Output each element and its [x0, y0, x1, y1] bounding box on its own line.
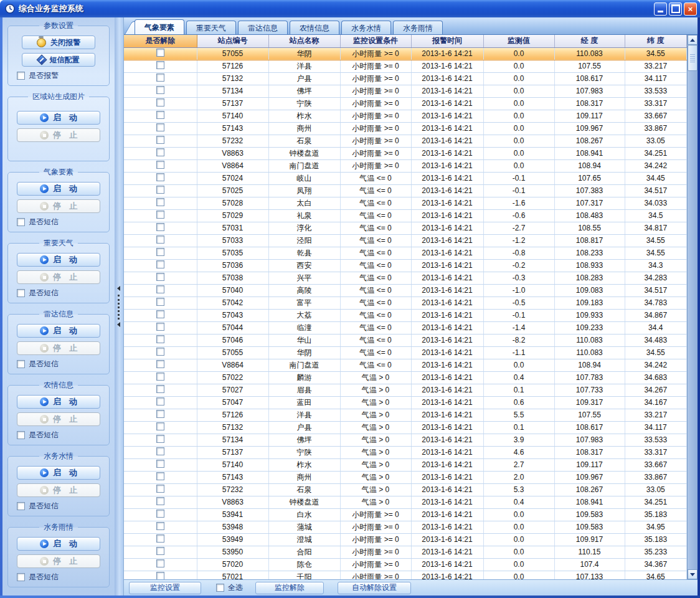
row-release-checkbox[interactable] — [156, 211, 164, 219]
column-header-2[interactable]: 站点编号 — [197, 35, 268, 47]
row-release-checkbox[interactable] — [156, 547, 164, 555]
table-row[interactable]: 57140柞水气温 > 02013-1-6 14:212.7109.11733.… — [124, 458, 687, 471]
table-row[interactable]: V8863钟楼盘道气温 > 02013-1-6 14:210.4108.9413… — [124, 496, 687, 508]
table-row[interactable]: 57031淳化气温 <= 02013-1-6 14:21-2.7108.5534… — [124, 222, 687, 234]
table-row[interactable]: 57021千阳小时雨量 >= 02013-1-6 14:210.0107.133… — [124, 571, 687, 579]
row-release-checkbox[interactable] — [156, 559, 164, 567]
row-release-checkbox[interactable] — [156, 422, 164, 430]
row-release-checkbox[interactable] — [156, 460, 164, 468]
start-button-important-weather[interactable]: 启 动 — [17, 253, 100, 267]
row-release-checkbox[interactable] — [156, 497, 164, 505]
row-release-checkbox[interactable] — [156, 348, 164, 356]
table-row[interactable]: 57022麟游气温 > 02013-1-6 14:210.4107.78334.… — [124, 371, 687, 384]
scrollbar-thumb[interactable] — [688, 45, 698, 71]
table-row[interactable]: 57044临潼气温 <= 02013-1-6 14:21-1.4109.2333… — [124, 321, 687, 334]
auto-release-settings-button[interactable]: 自动解除设置 — [338, 582, 411, 594]
row-release-checkbox[interactable] — [156, 186, 164, 194]
row-release-checkbox[interactable] — [156, 86, 164, 94]
table-row[interactable]: 57137宁陕气温 > 02013-1-6 14:214.6108.31733.… — [124, 446, 687, 458]
table-row[interactable]: 57029礼泉气温 <= 02013-1-6 14:21-0.6108.4833… — [124, 209, 687, 222]
start-button-region-image[interactable]: 启 动 — [17, 111, 100, 125]
table-row[interactable]: 57040高陵气温 <= 02013-1-6 14:21-1.0109.0833… — [124, 284, 687, 297]
table-row[interactable]: V8864南门盘道小时雨量 >= 02013-1-6 14:210.0108.9… — [124, 159, 687, 172]
table-row[interactable]: 57046华山气温 <= 02013-1-6 14:21-8.2110.0833… — [124, 334, 687, 346]
sidebar-splitter[interactable] — [115, 17, 123, 596]
row-release-checkbox[interactable] — [156, 74, 164, 82]
monitor-set-button[interactable]: 监控设置 — [129, 582, 201, 594]
checkbox-params[interactable] — [17, 72, 25, 80]
table-row[interactable]: 57047蓝田气温 > 02013-1-6 14:210.6109.31734.… — [124, 396, 687, 409]
tab-radar-info[interactable]: 雷达信息 — [238, 21, 288, 34]
stop-button-water-rain[interactable]: 停 止 — [17, 554, 100, 568]
table-row[interactable]: 57126洋县气温 > 02013-1-6 14:215.5107.5533.2… — [124, 409, 687, 421]
table-row[interactable]: V8864南门盘道气温 <= 02013-1-6 14:210.0108.943… — [124, 359, 687, 371]
row-release-checkbox[interactable] — [156, 173, 164, 181]
checkbox-agri-info[interactable] — [17, 431, 25, 439]
row-release-checkbox[interactable] — [156, 298, 164, 306]
row-release-checkbox[interactable] — [156, 572, 164, 579]
tab-water-rain[interactable]: 水务雨情 — [393, 21, 443, 34]
stop-button-water-level[interactable]: 停 止 — [17, 483, 100, 497]
table-row[interactable]: 57027眉县气温 > 02013-1-6 14:210.1107.73334.… — [124, 384, 687, 396]
tab-agri-info[interactable]: 农情信息 — [290, 21, 339, 34]
row-release-checkbox[interactable] — [156, 410, 164, 418]
start-button-water-rain[interactable]: 启 动 — [17, 537, 100, 551]
row-release-checkbox[interactable] — [156, 61, 164, 69]
table-row[interactable]: 57035乾县气温 <= 02013-1-6 14:21-0.8108.2333… — [124, 247, 687, 259]
row-release-checkbox[interactable] — [156, 435, 164, 443]
row-release-checkbox[interactable] — [156, 335, 164, 343]
row-release-checkbox[interactable] — [156, 534, 164, 543]
table-row[interactable]: 57024岐山气温 <= 02013-1-6 14:21-0.1107.6534… — [124, 172, 687, 184]
row-release-checkbox[interactable] — [156, 472, 164, 480]
vertical-scrollbar[interactable] — [687, 35, 698, 579]
table-row[interactable]: V8863钟楼盘道小时雨量 >= 02013-1-6 14:210.0108.9… — [124, 147, 687, 159]
table-row[interactable]: 57036西安气温 <= 02013-1-6 14:21-0.2108.9333… — [124, 259, 687, 272]
tab-important-weather[interactable]: 重要天气 — [186, 21, 236, 34]
column-header-4[interactable]: 监控设置条件 — [340, 35, 411, 47]
row-release-checkbox[interactable] — [156, 111, 164, 119]
row-release-checkbox[interactable] — [156, 323, 164, 331]
stop-button-agri-info[interactable]: 停 止 — [17, 412, 100, 426]
monitor-release-button[interactable]: 监控解除 — [255, 582, 324, 594]
checkbox-radar-info[interactable] — [17, 360, 25, 368]
row-release-checkbox[interactable] — [156, 248, 164, 256]
checkbox-water-level[interactable] — [17, 502, 25, 510]
row-release-checkbox[interactable] — [156, 485, 164, 493]
table-row[interactable]: 57043大荔气温 <= 02013-1-6 14:21-0.1109.9333… — [124, 309, 687, 321]
sms-config-button[interactable]: 短信配置 — [22, 53, 95, 67]
row-release-checkbox[interactable] — [156, 260, 164, 268]
collapse-arrow-icon[interactable] — [117, 322, 120, 327]
row-release-checkbox[interactable] — [156, 123, 164, 131]
table-row[interactable]: 57143商州气温 > 02013-1-6 14:212.0109.96733.… — [124, 471, 687, 483]
row-release-checkbox[interactable] — [156, 360, 164, 368]
table-row[interactable]: 57126洋县小时雨量 >= 02013-1-6 14:210.0107.553… — [124, 60, 687, 72]
stop-button-important-weather[interactable]: 停 止 — [17, 270, 100, 284]
row-release-checkbox[interactable] — [156, 285, 164, 293]
collapse-arrow-icon[interactable] — [117, 286, 120, 291]
table-row[interactable]: 57232石泉气温 > 02013-1-6 14:215.3108.26733.… — [124, 483, 687, 496]
checkbox-important-weather[interactable] — [17, 289, 25, 297]
row-release-checkbox[interactable] — [156, 397, 164, 406]
row-release-checkbox[interactable] — [156, 223, 164, 231]
table-row[interactable]: 53949澄城小时雨量 >= 02013-1-6 14:210.0109.917… — [124, 533, 687, 546]
row-release-checkbox[interactable] — [156, 148, 164, 156]
row-release-checkbox[interactable] — [156, 273, 164, 281]
column-header-8[interactable]: 纬 度 — [625, 35, 687, 47]
row-release-checkbox[interactable] — [156, 49, 164, 57]
table-row[interactable]: 53950合阳小时雨量 >= 02013-1-6 14:210.0110.153… — [124, 546, 687, 558]
table-row[interactable]: 57020陈仓小时雨量 >= 02013-1-6 14:210.0107.434… — [124, 558, 687, 571]
scroll-up-button[interactable] — [688, 35, 698, 45]
tab-weather-elements[interactable]: 气象要素 — [135, 19, 184, 34]
column-header-7[interactable]: 经 度 — [554, 35, 625, 47]
row-release-checkbox[interactable] — [156, 98, 164, 107]
table-row[interactable]: 53948蒲城小时雨量 >= 02013-1-6 14:210.0109.583… — [124, 521, 687, 533]
start-button-water-level[interactable]: 启 动 — [17, 466, 100, 480]
column-header-3[interactable]: 站点名称 — [268, 35, 340, 47]
minimize-button[interactable] — [654, 2, 667, 16]
table-row[interactable]: 57055华阴小时雨量 >= 02013-1-6 14:210.0110.083… — [124, 47, 687, 60]
title-bar[interactable]: 综合业务监控系统 × — [0, 0, 700, 17]
row-release-checkbox[interactable] — [156, 310, 164, 318]
row-release-checkbox[interactable] — [156, 447, 164, 455]
row-release-checkbox[interactable] — [156, 198, 164, 206]
scroll-down-button[interactable] — [688, 569, 698, 579]
